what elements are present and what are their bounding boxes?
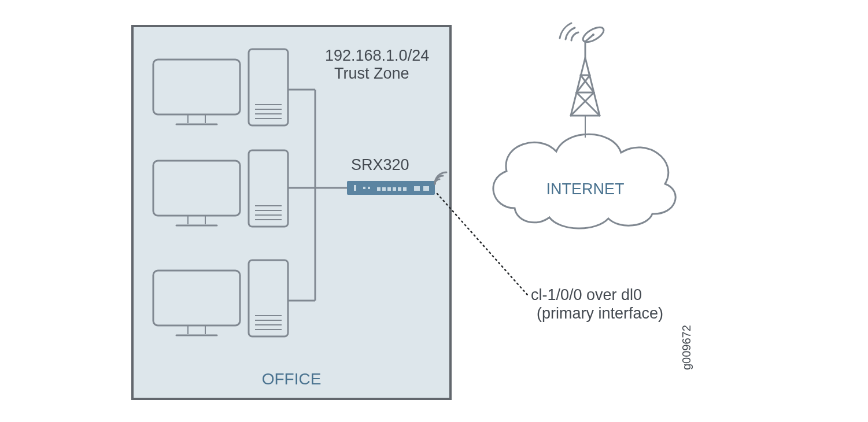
internet-label: INTERNET: [546, 180, 625, 198]
internet-cloud-icon: INTERNET: [493, 134, 675, 228]
svg-rect-44: [423, 186, 429, 191]
svg-rect-40: [393, 187, 396, 191]
svg-rect-34: [354, 185, 356, 191]
srx-label: SRX320: [351, 156, 409, 173]
srx-device-icon: [347, 181, 435, 195]
svg-rect-41: [398, 187, 401, 191]
svg-rect-37: [377, 187, 381, 191]
svg-rect-42: [403, 187, 407, 191]
office-title: OFFICE: [262, 370, 322, 388]
interface-label-1: cl-1/0/0 over dl0: [531, 286, 642, 303]
cell-tower-icon: [560, 23, 606, 138]
figure-id: g009672: [680, 325, 693, 370]
svg-rect-36: [368, 187, 370, 189]
zone-label: Trust Zone: [334, 65, 409, 82]
svg-rect-43: [414, 186, 420, 191]
interface-label-2: (primary interface): [537, 305, 663, 322]
svg-rect-35: [363, 187, 365, 189]
subnet-label: 192.168.1.0/24: [325, 47, 429, 64]
svg-point-54: [592, 34, 594, 36]
network-diagram: OFFICE 192.168.1.0/24 Trust Zone: [0, 0, 868, 422]
svg-rect-39: [387, 187, 391, 191]
svg-rect-38: [382, 187, 386, 191]
